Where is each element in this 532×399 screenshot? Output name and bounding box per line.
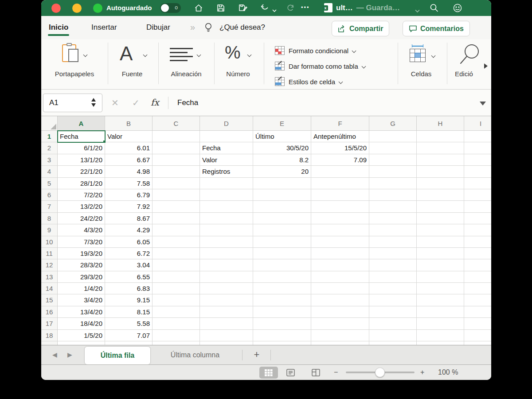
minimize-window-button[interactable] xyxy=(72,4,82,13)
cell-C2[interactable] xyxy=(153,142,200,154)
cell-B15[interactable]: 9.15 xyxy=(105,294,153,306)
cell-C5[interactable] xyxy=(153,178,200,189)
cell-C9[interactable] xyxy=(153,224,200,236)
cell-H12[interactable] xyxy=(417,259,464,271)
cell-A6[interactable]: 7/2/20 xyxy=(58,189,105,201)
cell-C[interactable] xyxy=(153,341,200,345)
cell-F11[interactable] xyxy=(311,248,369,259)
sheet-tab-ultima-columna[interactable]: Última columna xyxy=(155,345,235,365)
cell-G7[interactable] xyxy=(369,201,417,212)
cell-C4[interactable] xyxy=(153,166,200,177)
row-header-10[interactable]: 10 xyxy=(41,236,58,248)
cell-I3[interactable] xyxy=(464,154,491,166)
cell-E14[interactable] xyxy=(253,283,311,294)
cell-E9[interactable] xyxy=(253,224,311,236)
cell-G18[interactable] xyxy=(369,330,417,341)
cell-E4[interactable]: 20 xyxy=(253,166,311,177)
cell-B17[interactable]: 5.58 xyxy=(105,318,153,329)
share-button[interactable]: Compartir xyxy=(332,21,389,36)
cell-C12[interactable] xyxy=(153,259,200,271)
col-header-A[interactable]: A xyxy=(58,116,105,131)
tab-insertar[interactable]: Insertar xyxy=(91,16,117,39)
cell-D16[interactable] xyxy=(200,306,253,318)
cell-C14[interactable] xyxy=(153,283,200,294)
row-header-12[interactable]: 12 xyxy=(41,259,58,271)
cell-G9[interactable] xyxy=(369,224,417,236)
cell-D17[interactable] xyxy=(200,318,253,329)
cell-E12[interactable] xyxy=(253,259,311,271)
cell-E7[interactable] xyxy=(253,201,311,212)
row-header-7[interactable]: 7 xyxy=(41,201,58,212)
select-all-corner[interactable] xyxy=(41,116,58,131)
cell-F1[interactable]: Antepenúltimo xyxy=(311,131,369,142)
cell-I5[interactable] xyxy=(464,178,491,189)
row-header-1[interactable]: 1 xyxy=(41,131,58,142)
cell-H7[interactable] xyxy=(417,201,464,212)
cell-A3[interactable]: 13/1/20 xyxy=(58,154,105,166)
cell-I12[interactable] xyxy=(464,259,491,271)
cell-A9[interactable]: 4/3/20 xyxy=(58,224,105,236)
cell-I14[interactable] xyxy=(464,283,491,294)
cell-G[interactable] xyxy=(369,341,417,345)
cell-H11[interactable] xyxy=(417,248,464,259)
cell-E18[interactable] xyxy=(253,330,311,341)
cell-B8[interactable]: 8.67 xyxy=(105,213,153,224)
cell-G2[interactable] xyxy=(369,142,417,154)
zoom-slider-knob[interactable] xyxy=(375,368,385,377)
cell-C17[interactable] xyxy=(153,318,200,329)
cell-D11[interactable] xyxy=(200,248,253,259)
cell-E5[interactable] xyxy=(253,178,311,189)
row-header-5[interactable]: 5 xyxy=(41,178,58,189)
insert-function-button[interactable]: fx xyxy=(151,90,159,115)
cell-G3[interactable] xyxy=(369,154,417,166)
cell-G16[interactable] xyxy=(369,306,417,318)
row-header-4[interactable]: 4 xyxy=(41,166,58,177)
cell-F12[interactable] xyxy=(311,259,369,271)
cell-I10[interactable] xyxy=(464,236,491,248)
enter-button[interactable]: ✓ xyxy=(132,90,140,116)
cell-I8[interactable] xyxy=(464,213,491,224)
row-header-2[interactable]: 2 xyxy=(41,142,58,154)
cell-E11[interactable] xyxy=(253,248,311,259)
conditional-formatting-button[interactable]: Formato condicional xyxy=(275,44,356,57)
home-icon[interactable] xyxy=(194,4,203,12)
row-header-17[interactable]: 17 xyxy=(41,318,58,329)
cell-C16[interactable] xyxy=(153,306,200,318)
cell-A[interactable] xyxy=(58,341,105,345)
cell-G5[interactable] xyxy=(369,178,417,189)
cell-A17[interactable]: 18/4/20 xyxy=(58,318,105,329)
cell-G1[interactable] xyxy=(369,131,417,142)
cell-H2[interactable] xyxy=(417,142,464,154)
cell-F4[interactable] xyxy=(311,166,369,177)
row-header-6[interactable]: 6 xyxy=(41,189,58,201)
row-header-18[interactable]: 18 xyxy=(41,330,58,341)
cell-F6[interactable] xyxy=(311,189,369,201)
zoom-window-button[interactable] xyxy=(93,4,102,13)
cell-B4[interactable]: 4.98 xyxy=(105,166,153,177)
undo-icon[interactable] xyxy=(260,4,269,12)
cell-D18[interactable] xyxy=(200,330,253,341)
cell-F18[interactable] xyxy=(311,330,369,341)
col-header-I[interactable]: I xyxy=(464,116,491,131)
cell-B7[interactable]: 7.92 xyxy=(105,201,153,212)
cell-C11[interactable] xyxy=(153,248,200,259)
save-as-icon[interactable] xyxy=(238,4,247,12)
cell-B13[interactable]: 6.55 xyxy=(105,271,153,283)
col-header-E[interactable]: E xyxy=(253,116,311,131)
fill-handle[interactable] xyxy=(103,140,105,142)
add-sheet-button[interactable]: + xyxy=(249,345,265,364)
cell-F10[interactable] xyxy=(311,236,369,248)
cell-H1[interactable] xyxy=(417,131,464,142)
tab-inicio[interactable]: Inicio xyxy=(49,16,68,39)
cell-G10[interactable] xyxy=(369,236,417,248)
cell-I4[interactable] xyxy=(464,166,491,177)
cell-B14[interactable]: 6.83 xyxy=(105,283,153,294)
cell-F16[interactable] xyxy=(311,306,369,318)
cell-A1[interactable]: Fecha xyxy=(58,131,105,142)
cell-A8[interactable]: 24/2/20 xyxy=(58,213,105,224)
cell-F9[interactable] xyxy=(311,224,369,236)
cell-E16[interactable] xyxy=(253,306,311,318)
cell-D15[interactable] xyxy=(200,294,253,306)
cell-I2[interactable] xyxy=(464,142,491,154)
cell-C7[interactable] xyxy=(153,201,200,212)
